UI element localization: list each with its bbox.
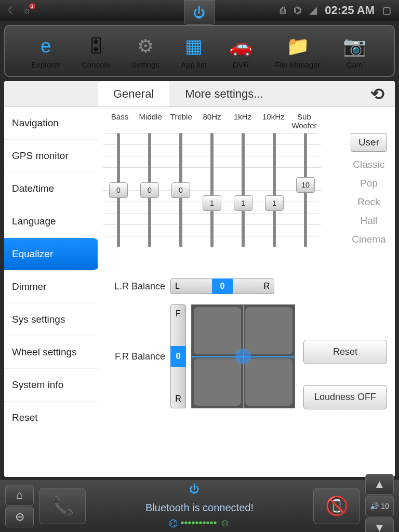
tab-general[interactable]: General <box>98 81 169 107</box>
sidebar-datetime[interactable]: Date/time <box>4 172 98 205</box>
phone-hangup-button[interactable]: 📵 <box>313 488 360 524</box>
bottom-bar: ⌂ ⊖ 📞 ⏻ Bluetooth is connected! ⌬ ••••••… <box>0 480 399 532</box>
preset-pop[interactable]: Pop <box>360 178 378 189</box>
app-list[interactable]: ▦App list <box>181 33 207 69</box>
balance-seat-grid[interactable] <box>191 304 295 408</box>
back-button[interactable]: ⟲ <box>370 84 384 104</box>
app-filemanager[interactable]: 📁File Manager <box>275 33 321 69</box>
settings-sidebar: Navigation GPS monitor Date/time Languag… <box>4 107 98 477</box>
app-dock: eExplorer 🎛Console ⚙Settings ▦App list 🚗… <box>4 25 395 77</box>
eq-slider-80hz[interactable]: 1 <box>202 133 222 247</box>
fr-balance-label: F.R Balance <box>103 351 165 362</box>
eq-slider-10khz[interactable]: 1 <box>264 133 285 247</box>
sidebar-wheel-settings[interactable]: Wheel settings <box>4 336 98 369</box>
preset-classic[interactable]: Classic <box>353 159 384 170</box>
preset-cinema[interactable]: Cinema <box>352 234 385 245</box>
bluetooth-indicator: ⌬ •••••••••• ☺ <box>169 517 231 529</box>
app-cam[interactable]: 📷Cam <box>342 33 368 69</box>
sidebar-gps-monitor[interactable]: GPS monitor <box>4 140 98 172</box>
eq-slider-treble[interactable]: 0 <box>170 133 191 247</box>
app-settings[interactable]: ⚙Settings <box>131 33 159 69</box>
eq-sliders: 0 0 0 1 1 1 10 <box>103 133 321 247</box>
eq-band-labels: BassMiddleTreble80Hz1kHz10kHzSub Woofer <box>103 112 321 130</box>
sidebar-reset[interactable]: Reset <box>4 402 98 434</box>
vol-up-button[interactable]: ▲ <box>365 474 394 495</box>
sidebar-system-info[interactable]: System info <box>4 369 98 402</box>
bluetooth-status-text: Bluetooth is connected! <box>145 502 254 514</box>
eq-slider-middle[interactable]: 0 <box>139 133 160 247</box>
bluetooth-icon: ⌬ <box>294 5 302 16</box>
sidebar-equalizer[interactable]: Equalizer <box>4 238 98 271</box>
brightness-icon: ☼3 <box>22 5 31 16</box>
eq-presets: User Classic Pop Rock Hall Cinema <box>351 133 387 245</box>
clock: 02:25 AM <box>325 4 375 17</box>
app-console[interactable]: 🎛Console <box>82 33 110 69</box>
lr-balance-label: L.R Balance <box>103 281 165 292</box>
equalizer-panel: BassMiddleTreble80Hz1kHz10kHzSub Woofer … <box>98 107 395 477</box>
sidebar-sys-settings[interactable]: Sys settings <box>4 303 98 336</box>
phone-answer-button[interactable]: 📞 <box>39 488 86 524</box>
reset-button[interactable]: Reset <box>303 340 387 364</box>
tab-row: General More settings... ⟲ <box>4 81 395 107</box>
moon-icon: ☾ <box>8 5 16 16</box>
home-button[interactable]: ⌂ <box>5 485 34 506</box>
loudness-button[interactable]: Loudness OFF <box>303 385 387 409</box>
vol-down-button[interactable]: ▼ <box>365 517 394 532</box>
usb-icon: ⎙ <box>280 5 286 16</box>
app-dvr[interactable]: 🚗DVR <box>228 33 254 69</box>
fr-balance-slider[interactable]: F 0 R <box>170 304 186 408</box>
eq-slider-subwoofer[interactable]: 10 <box>295 133 316 247</box>
main-panel: General More settings... ⟲ Navigation GP… <box>4 81 395 477</box>
tab-more-settings[interactable]: More settings... <box>169 81 278 107</box>
power-icon[interactable]: ⏻ <box>189 483 210 499</box>
power-button-top[interactable]: ⏻ <box>184 0 215 25</box>
battery-icon: ▢ <box>382 5 391 16</box>
status-bar: ☾ ☼3 ⏻ ⎙ ⌬ ◢ 02:25 AM ▢ <box>0 0 399 21</box>
eq-slider-bass[interactable]: 0 <box>108 133 129 247</box>
sidebar-navigation[interactable]: Navigation <box>4 107 98 140</box>
app-explorer[interactable]: eExplorer <box>31 33 60 69</box>
sidebar-dimmer[interactable]: Dimmer <box>4 271 98 303</box>
preset-user[interactable]: User <box>351 133 387 152</box>
wifi-icon: ◢ <box>310 5 317 16</box>
preset-hall[interactable]: Hall <box>361 215 378 227</box>
back-nav-button[interactable]: ⊖ <box>5 507 34 527</box>
lr-balance-slider[interactable]: L 0 R <box>170 278 274 294</box>
eq-slider-1khz[interactable]: 1 <box>233 133 254 247</box>
preset-rock[interactable]: Rock <box>357 196 380 208</box>
volume-display[interactable]: 🔊 10 <box>365 496 394 516</box>
sidebar-language[interactable]: Language <box>4 205 98 238</box>
